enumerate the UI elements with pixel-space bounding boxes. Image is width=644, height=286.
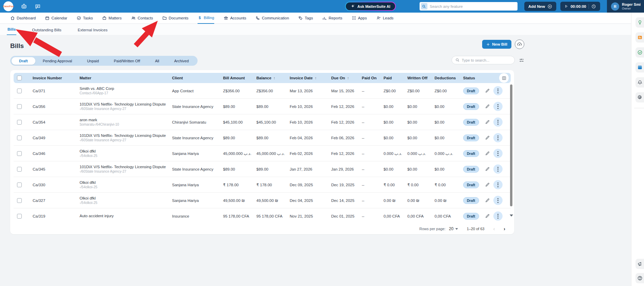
nav-item[interactable]: Calendar (45, 13, 67, 24)
robot-assistant-icon[interactable] (21, 3, 27, 10)
nav-item[interactable]: Tags (298, 13, 313, 24)
row-menu-icon[interactable] (493, 164, 503, 174)
row-checkbox[interactable] (17, 182, 22, 187)
column-bill-amount[interactable]: Bill Amount (223, 76, 256, 80)
cell-matter[interactable]: Olkoi dfkl -/54olkoi-25 (80, 180, 172, 189)
table-scrollbar[interactable] (510, 84, 513, 219)
table-row[interactable]: Ca/330 Olkoi dfkl -/54olkoi-25 Sanjana H… (14, 177, 511, 193)
column-settings-icon[interactable] (499, 73, 509, 83)
row-menu-icon[interactable] (493, 133, 503, 142)
edit-icon[interactable] (485, 166, 490, 172)
cell-matter[interactable]: 101DiX V/S Netflix- Technology Licensing… (80, 133, 172, 142)
row-menu-icon[interactable] (493, 180, 503, 189)
sort-asc-icon[interactable]: ↑ (347, 76, 349, 80)
cell-invoice-number[interactable]: Ca/354 (33, 120, 80, 124)
filter-sliders-icon[interactable] (519, 58, 524, 63)
cell-matter[interactable]: aron mark Somaratu-/64Chiranjivi-10 (80, 117, 172, 127)
next-page-button[interactable]: › (504, 226, 505, 232)
cell-matter[interactable]: 101DiX V/S Netflix- Technology Licensing… (80, 164, 172, 174)
column-paid[interactable]: Paid (384, 76, 407, 80)
rail-button[interactable] (635, 17, 644, 28)
row-checkbox[interactable] (17, 104, 22, 109)
subtab[interactable]: Outstanding Bills (31, 25, 62, 35)
status-filter-pill[interactable]: All (148, 57, 167, 65)
cell-matter[interactable]: Olkoi dfkl -/54olkoi-25 (80, 149, 172, 158)
column-written-off[interactable]: Written Off (407, 76, 435, 80)
rail-button[interactable] (635, 77, 644, 88)
row-checkbox[interactable] (17, 198, 22, 203)
row-checkbox[interactable] (17, 89, 22, 93)
table-row[interactable]: Ca/356 101DiX V/S Netflix- Technology Li… (14, 99, 511, 114)
scrollbar-thumb[interactable] (510, 84, 512, 206)
cell-matter[interactable]: Smith vs. ABC Corp Contact-/66App-17 (80, 86, 172, 95)
row-menu-icon[interactable] (493, 196, 503, 205)
edit-icon[interactable] (485, 213, 490, 219)
rail-button[interactable] (635, 47, 644, 58)
rail-button[interactable] (635, 62, 644, 73)
cell-invoice-number[interactable]: Ca/330 (33, 183, 80, 187)
user-menu[interactable]: R Roger Smi Owner (607, 0, 644, 13)
row-checkbox[interactable] (17, 214, 22, 219)
nav-item[interactable]: Leads (376, 13, 393, 24)
nav-item[interactable]: Documents (162, 13, 188, 24)
row-menu-icon[interactable] (493, 102, 503, 111)
cell-matter[interactable]: Auto accident injury (80, 213, 172, 218)
column-balance[interactable]: Balance↑ (256, 76, 290, 80)
row-menu-icon[interactable] (493, 211, 503, 221)
row-menu-icon[interactable] (493, 86, 503, 95)
status-filter-pill[interactable]: Pending Approval (35, 57, 80, 65)
row-checkbox[interactable] (17, 167, 22, 172)
new-bill-button[interactable]: New Bill (482, 40, 511, 49)
edit-icon[interactable] (485, 151, 490, 156)
nav-item[interactable]: Apps (352, 13, 367, 24)
nav-item[interactable]: $ Billing (198, 13, 214, 24)
nav-item[interactable]: Reports (322, 13, 342, 24)
cell-invoice-number[interactable]: Ca/327 (33, 198, 80, 203)
cell-matter[interactable]: Olkoi dfkl -/54olkoi-25 (80, 196, 172, 205)
table-search-input[interactable] (462, 58, 509, 62)
row-checkbox[interactable] (17, 151, 22, 156)
column-client[interactable]: Client (172, 76, 223, 80)
edit-icon[interactable] (485, 120, 490, 125)
sort-asc-icon[interactable]: ↑ (315, 76, 317, 80)
previous-page-button[interactable]: ‹ (493, 226, 495, 232)
app-logo[interactable]: CaseFox (3, 1, 13, 11)
row-checkbox[interactable] (17, 120, 22, 125)
row-menu-icon[interactable] (493, 149, 503, 158)
column-due-on[interactable]: Due On↑ (331, 76, 362, 80)
global-search-input[interactable] (430, 4, 508, 9)
column-invoice-date[interactable]: Invoice Date↑ (290, 76, 331, 80)
rail-button[interactable] (635, 273, 644, 283)
cell-invoice-number[interactable]: Ca/319 (33, 214, 80, 218)
ask-mattersuite-ai-button[interactable]: Ask MatterSuite AI (345, 2, 396, 11)
table-row[interactable]: Ca/327 Olkoi dfkl -/54olkoi-25 Sanjana H… (14, 193, 511, 208)
rail-button[interactable] (635, 259, 644, 269)
edit-icon[interactable] (485, 182, 490, 187)
edit-icon[interactable] (485, 104, 490, 109)
nav-item[interactable]: Tasks (77, 13, 93, 24)
nav-item[interactable]: Contacts (131, 13, 153, 24)
column-status[interactable]: Status (463, 76, 485, 80)
cell-invoice-number[interactable]: Ca/356 (33, 105, 80, 109)
status-filter-pill[interactable]: Unpaid (80, 57, 106, 65)
table-search[interactable] (452, 56, 515, 64)
chat-icon[interactable] (35, 3, 41, 10)
table-row[interactable]: Ca/345 101DiX V/S Netflix- Technology Li… (14, 161, 511, 177)
edit-icon[interactable] (485, 135, 490, 140)
subtab[interactable]: Bills (7, 25, 16, 35)
rows-per-page-select[interactable]: 20 (449, 226, 458, 231)
table-row[interactable]: Ca/346 Olkoi dfkl -/54olkoi-25 Sanjana H… (14, 146, 511, 161)
cell-invoice-number[interactable]: Ca/345 (33, 167, 80, 171)
nav-item[interactable]: Accounts (223, 13, 246, 24)
nav-item[interactable]: Matters (102, 13, 121, 24)
cell-matter[interactable]: 101DiX V/S Netflix- Technology Licensing… (80, 102, 172, 111)
cloud-download-icon[interactable] (515, 39, 524, 49)
cell-invoice-number[interactable]: Ca/349 (33, 136, 80, 140)
cell-invoice-number[interactable]: Ca/346 (33, 152, 80, 156)
table-row[interactable]: Ca/354 aron mark Somaratu-/64Chiranjivi-… (14, 114, 511, 130)
status-filter-pill[interactable]: Archived (167, 57, 196, 65)
global-search[interactable] (420, 2, 518, 11)
table-row[interactable]: Ca/319 Auto accident injury Insurance 95… (14, 208, 511, 223)
column-invoice-number[interactable]: Invoice Number (33, 76, 80, 80)
edit-icon[interactable] (485, 198, 490, 203)
